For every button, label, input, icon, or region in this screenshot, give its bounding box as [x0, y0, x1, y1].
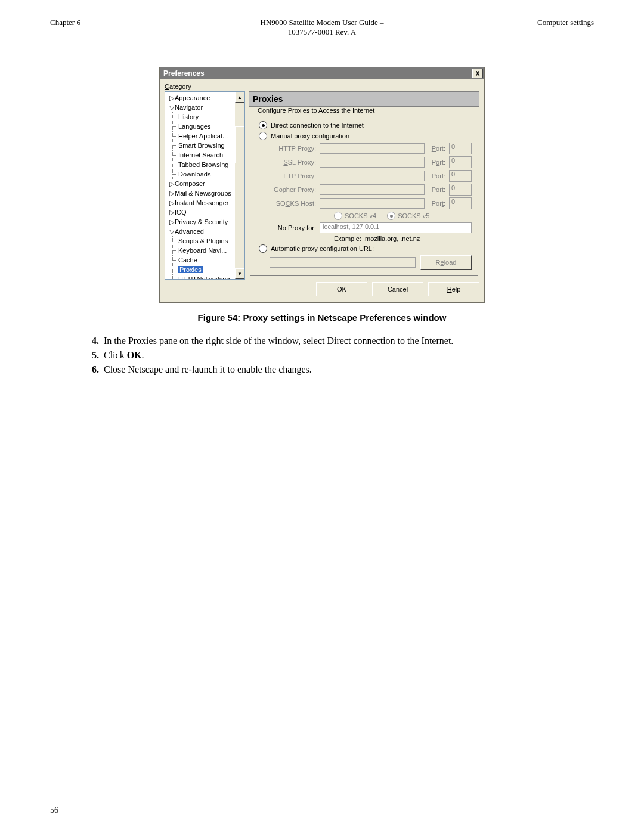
step-4: 4. In the Proxies pane on the right side… — [92, 336, 594, 346]
port-label: Port: — [432, 186, 445, 193]
socks4-label: SOCKS v4 — [345, 212, 376, 219]
tree-item[interactable]: Downloads — [166, 169, 236, 179]
radio-icon[interactable] — [259, 244, 267, 253]
port-label: Port: — [432, 172, 445, 179]
category-label: Category — [165, 83, 479, 90]
category-tree[interactable]: ▷Appearance ▽Navigator History Languages… — [165, 91, 245, 280]
proxy-group: Configure Proxies to Access the Internet… — [250, 112, 478, 276]
ssl-proxy-input[interactable] — [320, 157, 425, 168]
header-title: HN9000 Satellite Modem User Guide – 1037… — [169, 18, 475, 37]
tree-item[interactable]: ▷Instant Messenger — [166, 198, 236, 208]
tree-item[interactable]: ▽Advanced — [166, 227, 236, 236]
gopher-port-input[interactable]: 0 — [449, 184, 472, 196]
pane-title: Proxies — [249, 91, 479, 107]
socks-host-label: SOCKS Host: — [270, 200, 316, 207]
radio-socks5[interactable] — [387, 212, 395, 220]
step-5: 5. Click OK. — [92, 350, 594, 361]
step-6: 6. Close Netscape and re-launch it to en… — [92, 364, 594, 375]
socks5-label: SOCKS v5 — [398, 212, 429, 219]
ftp-proxy-label: FTP Proxy: — [270, 172, 316, 179]
page-header: Chapter 6 HN9000 Satellite Modem User Gu… — [50, 18, 594, 37]
tree-item[interactable]: Smart Browsing — [166, 141, 236, 150]
tree-item[interactable]: Scripts & Plugins — [166, 236, 236, 246]
tree-item[interactable]: ▷ICQ — [166, 208, 236, 217]
tree-item[interactable]: Tabbed Browsing — [166, 160, 236, 169]
http-proxy-label: HTTP Proxy: — [270, 145, 316, 152]
example-text: Example: .mozilla.org, .net.nz — [334, 235, 472, 242]
header-chapter: Chapter 6 — [50, 18, 169, 37]
reload-button[interactable]: Reload — [420, 255, 472, 270]
ftp-proxy-input[interactable] — [320, 171, 425, 181]
socks-host-input[interactable] — [320, 198, 425, 209]
instruction-steps: 4. In the Proxies pane on the right side… — [50, 336, 594, 375]
page-number: 56 — [50, 806, 58, 815]
dialog-title: Preferences — [163, 69, 205, 78]
radio-manual[interactable]: Manual proxy configuration — [259, 132, 472, 140]
tree-item[interactable]: Languages — [166, 122, 236, 131]
close-icon[interactable]: X — [472, 69, 483, 78]
port-label: Port: — [432, 200, 445, 207]
auto-url-input[interactable] — [270, 257, 416, 268]
ok-button[interactable]: OK — [316, 282, 367, 296]
radio-direct[interactable]: Direct connection to the Internet — [259, 121, 472, 129]
http-proxy-input[interactable] — [320, 143, 425, 154]
radio-icon[interactable] — [259, 121, 267, 129]
tree-item[interactable]: Keyboard Navi... — [166, 246, 236, 255]
figure-caption: Figure 54: Proxy settings in Netscape Pr… — [50, 312, 594, 323]
tree-item[interactable]: Helper Applicat... — [166, 131, 236, 141]
scroll-down-icon[interactable]: ▼ — [235, 268, 244, 279]
preferences-dialog: Preferences X Category ▷Appearance ▽Navi… — [159, 67, 485, 303]
tree-item[interactable]: Cache — [166, 255, 236, 265]
radio-socks4[interactable] — [334, 212, 342, 220]
gopher-proxy-input[interactable] — [320, 184, 425, 195]
ssl-port-input[interactable]: 0 — [449, 156, 472, 168]
header-section: Computer settings — [475, 18, 594, 37]
tree-item[interactable]: ▷Mail & Newsgroups — [166, 188, 236, 198]
tree-item[interactable]: History — [166, 112, 236, 122]
tree-item[interactable]: ▷Composer — [166, 179, 236, 188]
cancel-button[interactable]: Cancel — [372, 282, 423, 296]
gopher-proxy-label: Gopher Proxy: — [270, 186, 316, 193]
socks-port-input[interactable]: 0 — [449, 197, 472, 209]
ftp-port-input[interactable]: 0 — [449, 170, 472, 182]
http-port-input[interactable]: 0 — [449, 143, 472, 154]
radio-icon[interactable] — [259, 132, 267, 140]
titlebar: Preferences X — [160, 67, 484, 79]
tree-scrollbar[interactable]: ▲ ▼ — [235, 92, 244, 279]
noproxy-label: No Proxy for: — [270, 224, 316, 231]
tree-item-selected[interactable]: Proxies — [166, 265, 236, 274]
ssl-proxy-label: SSL Proxy: — [270, 159, 316, 166]
noproxy-input[interactable]: localhost, 127.0.0.1 — [320, 222, 472, 233]
tree-item[interactable]: HTTP Networking — [166, 274, 236, 280]
port-label: Port: — [432, 159, 445, 166]
help-button[interactable]: Help — [428, 282, 479, 296]
tree-item[interactable]: ▷Appearance — [166, 93, 236, 103]
tree-item[interactable]: Internet Search — [166, 150, 236, 160]
radio-auto[interactable]: Automatic proxy configuration URL: — [259, 244, 472, 253]
port-label: Port: — [432, 145, 445, 152]
group-legend: Configure Proxies to Access the Internet — [255, 107, 377, 114]
tree-item[interactable]: ▽Navigator — [166, 103, 236, 112]
scroll-thumb[interactable] — [235, 126, 244, 163]
scroll-up-icon[interactable]: ▲ — [235, 92, 244, 103]
tree-item[interactable]: ▷Privacy & Security — [166, 217, 236, 227]
